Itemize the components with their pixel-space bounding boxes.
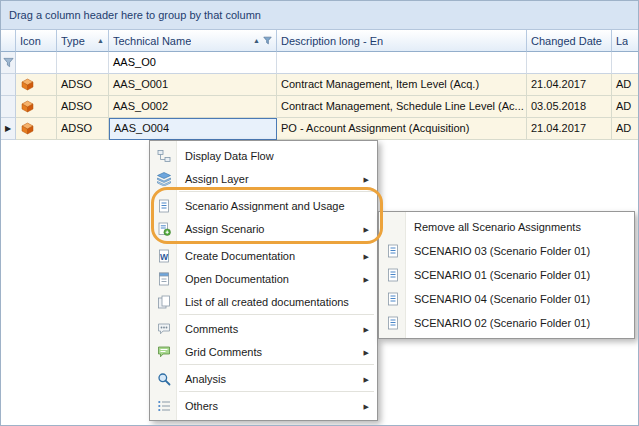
- submenu-item-scenario-02[interactable]: SCENARIO 02 (Scenario Folder 01): [379, 311, 634, 335]
- adso-icon: [21, 78, 34, 91]
- context-menu: Display Data Flow Assign Layer ▶ Scenari…: [149, 140, 378, 421]
- menu-item-label: SCENARIO 03 (Scenario Folder 01): [414, 245, 590, 257]
- menu-item-others[interactable]: Others ▶: [150, 394, 377, 417]
- cell-icon[interactable]: [16, 74, 57, 96]
- filter-input-technical-name[interactable]: AAS_O0: [109, 52, 277, 74]
- submenu-arrow-icon: ▶: [364, 225, 369, 232]
- group-by-panel[interactable]: Drag a column header here to group by th…: [1, 1, 638, 30]
- submenu-arrow-icon: ▶: [364, 275, 369, 282]
- menu-item-label: Assign Layer: [185, 173, 249, 185]
- menu-item-label: Create Documentation: [185, 250, 295, 262]
- filter-row-funnel-icon: [3, 57, 14, 68]
- submenu-arrow-icon: ▶: [364, 325, 369, 332]
- submenu-item-scenario-04[interactable]: SCENARIO 04 (Scenario Folder 01): [379, 287, 634, 311]
- table-row[interactable]: ADSO AAS_O002 Contract Management, Sched…: [1, 96, 639, 118]
- menu-item-open-documentation[interactable]: Open Documentation ▶: [150, 267, 377, 290]
- cell-type[interactable]: ADSO: [57, 96, 109, 118]
- menu-item-label: SCENARIO 04 (Scenario Folder 01): [414, 293, 590, 305]
- data-flow-icon: [150, 149, 177, 163]
- menu-item-create-documentation[interactable]: W Create Documentation ▶: [150, 244, 377, 267]
- cell-icon[interactable]: [16, 96, 57, 118]
- filter-cell-last[interactable]: [612, 52, 639, 74]
- column-header-label: Technical Name: [113, 31, 191, 51]
- cell-last[interactable]: AD: [612, 74, 639, 96]
- menu-item-label: Display Data Flow: [185, 150, 274, 162]
- submenu-arrow-icon: ▶: [364, 402, 369, 409]
- row-indicator: [1, 74, 16, 96]
- column-header-type[interactable]: Type ▲: [57, 30, 109, 52]
- cell-description[interactable]: Contract Management, Item Level (Acq.): [277, 74, 527, 96]
- comment-bubble-icon: [150, 322, 177, 336]
- row-indicator: [1, 96, 16, 118]
- column-header-technical-name[interactable]: Technical Name ▲: [109, 30, 277, 52]
- table-row[interactable]: ADSO AAS_O001 Contract Management, Item …: [1, 74, 639, 96]
- column-header-changed-date[interactable]: Changed Date: [527, 30, 612, 52]
- column-header-description[interactable]: Description long - En: [277, 30, 527, 52]
- column-header-last[interactable]: La: [612, 30, 639, 52]
- bullet-list-icon: [150, 399, 177, 413]
- scenario-list-icon: [379, 268, 406, 282]
- menu-item-grid-comments[interactable]: Grid Comments ▶: [150, 340, 377, 363]
- scenario-list-icon: [379, 292, 406, 306]
- sort-asc-icon: ▲: [95, 37, 104, 44]
- menu-item-assign-scenario[interactable]: Assign Scenario ▶: [150, 217, 377, 240]
- cell-last[interactable]: AD: [612, 96, 639, 118]
- menu-item-label: List of all created documentations: [185, 296, 349, 308]
- menu-item-label: Remove all Scenario Assignments: [414, 221, 581, 233]
- menu-item-analysis[interactable]: Analysis ▶: [150, 367, 377, 390]
- filter-cell-description[interactable]: [277, 52, 527, 74]
- column-header-icon[interactable]: Icon: [16, 30, 57, 52]
- auto-filter-row: AAS_O0: [1, 52, 639, 74]
- menu-item-comments[interactable]: Comments ▶: [150, 317, 377, 340]
- cell-changed-date[interactable]: 03.05.2018: [527, 96, 612, 118]
- cell-changed-date[interactable]: 21.04.2017: [527, 118, 612, 140]
- submenu-item-remove-all-scenario-assignments[interactable]: Remove all Scenario Assignments: [379, 215, 634, 239]
- sort-asc-icon: ▲: [251, 37, 260, 44]
- group-by-hint-text: Drag a column header here to group by th…: [9, 9, 261, 21]
- cell-type[interactable]: ADSO: [57, 74, 109, 96]
- menu-item-label: Assign Scenario: [185, 223, 265, 235]
- cell-last[interactable]: AD: [612, 118, 639, 140]
- table-row[interactable]: ▶ ADSO AAS_O004 PO - Account Assignment …: [1, 118, 639, 140]
- submenu-arrow-icon: ▶: [364, 175, 369, 182]
- scenario-list-icon: [379, 244, 406, 258]
- cell-type[interactable]: ADSO: [57, 118, 109, 140]
- submenu-arrow-icon: ▶: [364, 375, 369, 382]
- scenario-list-icon: [379, 316, 406, 330]
- adso-icon: [21, 122, 34, 135]
- assign-scenario-submenu: Remove all Scenario Assignments SCENARIO…: [378, 211, 635, 339]
- column-header-label: Description long - En: [281, 31, 383, 51]
- filter-funnel-icon[interactable]: [263, 36, 272, 45]
- menu-item-label: Analysis: [185, 373, 226, 385]
- cell-description[interactable]: Contract Management, Schedule Line Level…: [277, 96, 527, 118]
- menu-item-label: Others: [185, 400, 218, 412]
- submenu-item-scenario-01[interactable]: SCENARIO 01 (Scenario Folder 01): [379, 263, 634, 287]
- copy-pages-icon: [150, 295, 177, 309]
- menu-item-label: SCENARIO 02 (Scenario Folder 01): [414, 317, 590, 329]
- app-window: Drag a column header here to group by th…: [0, 0, 639, 426]
- cell-description[interactable]: PO - Account Assignment (Acquisition): [277, 118, 527, 140]
- row-indicator: ▶: [1, 118, 16, 140]
- submenu-arrow-icon: ▶: [364, 348, 369, 355]
- cell-changed-date[interactable]: 21.04.2017: [527, 74, 612, 96]
- menu-item-label: Comments: [185, 323, 238, 335]
- cell-icon[interactable]: [16, 118, 57, 140]
- scenario-list-icon: [150, 199, 177, 213]
- menu-item-assign-layer[interactable]: Assign Layer ▶: [150, 167, 377, 190]
- column-header-label: Icon: [20, 31, 41, 51]
- cell-technical-name[interactable]: AAS_O002: [109, 96, 277, 118]
- open-document-icon: [150, 272, 177, 286]
- menu-item-scenario-assignment-and-usage[interactable]: Scenario Assignment and Usage: [150, 194, 377, 217]
- filter-cell-icon[interactable]: [16, 52, 57, 74]
- filter-row-indicator: [1, 52, 16, 74]
- cell-technical-name[interactable]: AAS_O001: [109, 74, 277, 96]
- menu-item-list-of-documentations[interactable]: List of all created documentations: [150, 290, 377, 313]
- filter-cell-type[interactable]: [57, 52, 109, 74]
- menu-item-label: SCENARIO 01 (Scenario Folder 01): [414, 269, 590, 281]
- submenu-item-scenario-03[interactable]: SCENARIO 03 (Scenario Folder 01): [379, 239, 634, 263]
- assign-scenario-icon: [150, 222, 177, 236]
- layers-icon: [150, 172, 177, 186]
- cell-technical-name-selected[interactable]: AAS_O004: [109, 118, 277, 140]
- filter-cell-changed-date[interactable]: [527, 52, 612, 74]
- menu-item-display-data-flow[interactable]: Display Data Flow: [150, 144, 377, 167]
